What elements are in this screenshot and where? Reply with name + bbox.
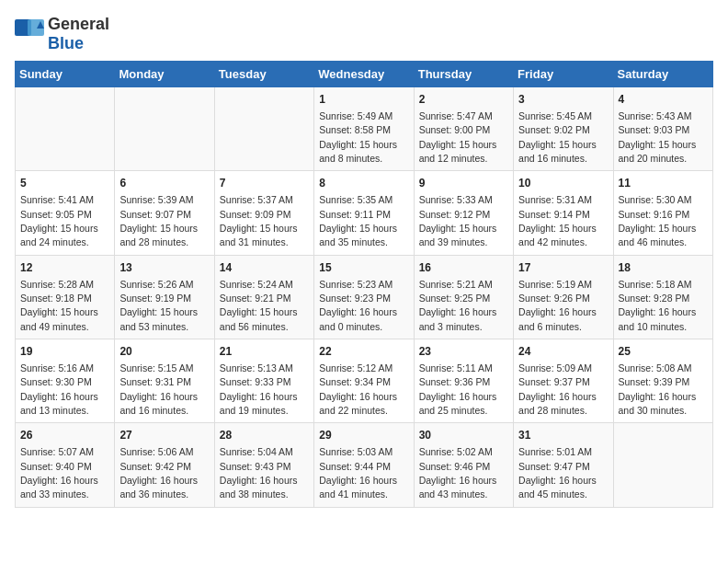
calendar-cell: 28Sunrise: 5:04 AMSunset: 9:43 PMDayligh… (214, 423, 313, 507)
daylight: Daylight: 16 hours and 0 minutes. (319, 306, 397, 331)
day-number: 14 (220, 260, 309, 276)
calendar-cell (613, 423, 712, 507)
calendar-cell: 1Sunrise: 5:49 AMSunset: 8:58 PMDaylight… (314, 87, 414, 171)
daylight: Daylight: 16 hours and 10 minutes. (619, 306, 697, 331)
daylight: Daylight: 16 hours and 3 minutes. (419, 306, 497, 331)
sunrise: Sunrise: 5:37 AM (220, 194, 293, 205)
daylight: Daylight: 16 hours and 13 minutes. (20, 391, 98, 416)
day-number: 30 (419, 428, 508, 443)
header-cell-monday: Monday (115, 62, 214, 87)
daylight: Daylight: 15 hours and 39 minutes. (419, 223, 497, 247)
calendar-cell: 8Sunrise: 5:35 AMSunset: 9:11 PMDaylight… (314, 171, 414, 255)
calendar-cell: 17Sunrise: 5:19 AMSunset: 9:26 PMDayligh… (514, 255, 613, 339)
calendar-cell: 31Sunrise: 5:01 AMSunset: 9:47 PMDayligh… (514, 423, 613, 507)
day-number: 6 (119, 176, 209, 191)
daylight: Daylight: 16 hours and 19 minutes. (220, 391, 298, 416)
calendar-cell: 29Sunrise: 5:03 AMSunset: 9:44 PMDayligh… (314, 423, 414, 507)
header-row: SundayMondayTuesdayWednesdayThursdayFrid… (16, 62, 713, 87)
calendar-cell: 14Sunrise: 5:24 AMSunset: 9:21 PMDayligh… (214, 255, 313, 339)
day-number: 8 (319, 176, 408, 191)
calendar-cell: 30Sunrise: 5:02 AMSunset: 9:46 PMDayligh… (414, 423, 513, 507)
sunrise: Sunrise: 5:41 AM (20, 194, 94, 205)
day-number: 22 (319, 344, 408, 360)
sunrise: Sunrise: 5:07 AM (20, 446, 94, 457)
sunset: Sunset: 9:02 PM (518, 124, 590, 135)
sunset: Sunset: 9:21 PM (220, 293, 291, 304)
day-number: 7 (220, 176, 309, 191)
day-number: 13 (119, 260, 209, 276)
sunrise: Sunrise: 5:35 AM (319, 194, 392, 205)
daylight: Daylight: 15 hours and 16 minutes. (518, 139, 597, 164)
sunrise: Sunrise: 5:24 AM (220, 279, 293, 290)
day-number: 9 (419, 176, 508, 191)
calendar-cell: 9Sunrise: 5:33 AMSunset: 9:12 PMDaylight… (414, 171, 513, 255)
calendar-cell: 12Sunrise: 5:28 AMSunset: 9:18 PMDayligh… (16, 255, 115, 339)
sunrise: Sunrise: 5:18 AM (619, 279, 692, 290)
logo: General Blue (15, 15, 109, 53)
sunrise: Sunrise: 5:15 AM (119, 362, 193, 373)
calendar-cell: 7Sunrise: 5:37 AMSunset: 9:09 PMDaylight… (214, 171, 313, 255)
sunrise: Sunrise: 5:16 AM (20, 362, 94, 373)
daylight: Daylight: 16 hours and 33 minutes. (20, 475, 98, 500)
sunset: Sunset: 9:23 PM (319, 293, 391, 304)
calendar-cell (115, 87, 214, 171)
daylight: Daylight: 15 hours and 31 minutes. (220, 223, 298, 247)
sunset: Sunset: 9:40 PM (20, 461, 92, 472)
sunrise: Sunrise: 5:33 AM (419, 194, 493, 205)
daylight: Daylight: 15 hours and 24 minutes. (20, 223, 98, 247)
calendar-cell: 23Sunrise: 5:11 AMSunset: 9:36 PMDayligh… (414, 339, 513, 423)
calendar-cell: 13Sunrise: 5:26 AMSunset: 9:19 PMDayligh… (115, 255, 214, 339)
day-number: 28 (220, 428, 309, 443)
sunrise: Sunrise: 5:28 AM (20, 279, 94, 290)
day-number: 11 (619, 176, 708, 191)
calendar-cell: 27Sunrise: 5:06 AMSunset: 9:42 PMDayligh… (115, 423, 214, 507)
sunrise: Sunrise: 5:21 AM (419, 279, 493, 290)
sunset: Sunset: 9:25 PM (419, 293, 491, 304)
day-number: 3 (518, 92, 608, 108)
daylight: Daylight: 15 hours and 12 minutes. (419, 139, 497, 164)
sunrise: Sunrise: 5:01 AM (518, 446, 592, 457)
sunrise: Sunrise: 5:45 AM (518, 110, 592, 121)
calendar-cell: 20Sunrise: 5:15 AMSunset: 9:31 PMDayligh… (115, 339, 214, 423)
sunset: Sunset: 9:19 PM (119, 293, 191, 304)
sunrise: Sunrise: 5:47 AM (419, 110, 493, 121)
sunrise: Sunrise: 5:11 AM (419, 362, 493, 373)
calendar-cell (16, 87, 115, 171)
daylight: Daylight: 15 hours and 8 minutes. (319, 139, 397, 164)
sunset: Sunset: 9:26 PM (518, 293, 590, 304)
sunrise: Sunrise: 5:39 AM (119, 194, 193, 205)
sunset: Sunset: 9:16 PM (619, 209, 690, 220)
day-number: 25 (619, 344, 708, 360)
day-number: 15 (319, 260, 408, 276)
calendar-cell: 3Sunrise: 5:45 AMSunset: 9:02 PMDaylight… (514, 87, 613, 171)
day-number: 26 (20, 428, 109, 443)
sunset: Sunset: 9:05 PM (20, 209, 92, 220)
day-number: 23 (419, 344, 508, 360)
calendar-cell: 26Sunrise: 5:07 AMSunset: 9:40 PMDayligh… (16, 423, 115, 507)
daylight: Daylight: 16 hours and 36 minutes. (119, 475, 198, 500)
daylight: Daylight: 16 hours and 6 minutes. (518, 306, 597, 331)
sunset: Sunset: 9:39 PM (619, 376, 690, 387)
day-number: 1 (319, 92, 408, 108)
calendar-cell: 11Sunrise: 5:30 AMSunset: 9:16 PMDayligh… (613, 171, 712, 255)
calendar-cell: 21Sunrise: 5:13 AMSunset: 9:33 PMDayligh… (214, 339, 313, 423)
week-row-4: 19Sunrise: 5:16 AMSunset: 9:30 PMDayligh… (16, 339, 713, 423)
day-number: 16 (419, 260, 508, 276)
calendar-cell: 4Sunrise: 5:43 AMSunset: 9:03 PMDaylight… (613, 87, 712, 171)
sunrise: Sunrise: 5:06 AM (119, 446, 193, 457)
day-number: 27 (119, 428, 209, 443)
sunrise: Sunrise: 5:49 AM (319, 110, 392, 121)
day-number: 31 (518, 428, 608, 443)
day-number: 17 (518, 260, 608, 276)
calendar-cell: 22Sunrise: 5:12 AMSunset: 9:34 PMDayligh… (314, 339, 414, 423)
sunset: Sunset: 9:12 PM (419, 209, 491, 220)
sunrise: Sunrise: 5:04 AM (220, 446, 293, 457)
header-cell-saturday: Saturday (613, 62, 712, 87)
sunset: Sunset: 9:03 PM (619, 124, 690, 135)
week-row-1: 1Sunrise: 5:49 AMSunset: 8:58 PMDaylight… (16, 87, 713, 171)
sunset: Sunset: 9:31 PM (119, 376, 191, 387)
sunrise: Sunrise: 5:03 AM (319, 446, 392, 457)
daylight: Daylight: 15 hours and 28 minutes. (119, 223, 198, 247)
daylight: Daylight: 16 hours and 41 minutes. (319, 475, 397, 500)
header-cell-wednesday: Wednesday (314, 62, 414, 87)
